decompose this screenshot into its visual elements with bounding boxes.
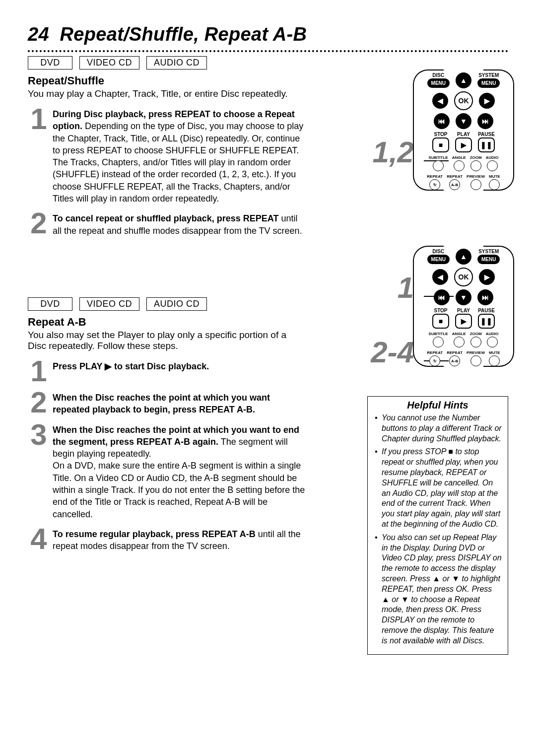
step-number: 2 [28,210,50,236]
audio-button [487,337,498,347]
step-body: Press PLAY ▶ to start Disc playback. [53,358,209,372]
audio-button [487,160,498,171]
mute-button [489,179,500,190]
angle-button [454,160,465,171]
label-repeat-ab: REPEAT [447,350,463,355]
step: 4 To resume regular playback, press REPE… [28,526,306,552]
play-button: ▶ [455,137,472,152]
stop-button: ■ [432,314,449,329]
page-title: 24 Repeat/Shuffle, Repeat A-B [28,24,508,45]
pill-dvd: DVD [28,297,72,311]
step: 1 During Disc playback, press REPEAT to … [28,106,306,205]
label-zoom: ZOOM [470,332,482,336]
subtitle-button [433,160,444,171]
step-number: 1 [28,358,50,384]
up-button: ▲ [456,72,471,88]
label-repeat: REPEAT [427,350,443,355]
helpful-hints-box: Helpful Hints You cannot use the Number … [367,396,508,655]
step: 3 When the Disc reaches the point at whi… [28,422,306,520]
pill-audiocd: AUDIO CD [146,56,207,69]
pause-button: ❚❚ [478,314,495,329]
preview-button [470,179,481,190]
label-angle: ANGLE [452,155,466,160]
label-audio: AUDIO [486,332,499,336]
label-angle: ANGLE [452,332,466,336]
step-lead: Press PLAY ▶ to start Disc playback. [53,361,209,371]
system-menu-button: MENU [477,255,500,264]
system-menu-button: MENU [477,78,500,88]
left-button: ◀ [432,93,448,109]
step-number: 1 [28,106,50,132]
hints-list: You cannot use the Number buttons to pla… [368,413,508,646]
label-play: PLAY [457,132,470,137]
label-preview: PREVIEW [467,174,485,179]
label-system: SYSTEM [478,73,499,78]
remote-outline: DISCMENU ▲ SYSTEMMENU ◀ OK ▶ ⏮ ▼ ⏭ STOP■… [419,69,508,189]
stop-button: ■ [432,137,449,152]
hints-title: Helpful Hints [368,397,508,413]
remote-callout-1-2: 1,2 [373,135,414,169]
right-button: ▶ [479,269,495,285]
zoom-button [470,160,481,171]
pause-button: ❚❚ [478,137,495,152]
step-number: 4 [28,526,50,551]
up-button: ▲ [456,249,471,265]
play-button: ▶ [455,314,472,329]
label-preview: PREVIEW [467,350,485,355]
label-mute: MUTE [489,350,500,355]
hint-item: If you press STOP ■ to stop repeat or sh… [375,447,502,529]
section1-steps: 1 During Disc playback, press REPEAT to … [28,106,306,237]
label-zoom: ZOOM [470,155,482,160]
prev-button: ⏮ [434,113,450,129]
hint-item: You cannot use the Number buttons to pla… [375,413,502,444]
repeat-ab-button: A-B [449,179,460,190]
step-body: When the Disc reaches the point at which… [53,390,306,416]
label-pause: PAUSE [478,132,495,137]
step: 2 When the Disc reaches the point at whi… [28,390,306,416]
step-lead: When the Disc reaches the point at which… [53,393,270,414]
section2-intro: You also may set the Player to play only… [28,330,306,351]
label-disc: DISC [432,249,444,254]
next-button: ⏭ [477,113,493,129]
pill-dvd: DVD [28,56,72,69]
remote-callout-2-4: 2-4 [371,335,414,369]
label-repeat-ab: REPEAT [447,174,463,179]
ok-button: OK [454,91,473,110]
disc-menu-button: MENU [427,78,450,88]
disc-menu-button: MENU [427,255,450,264]
label-audio: AUDIO [486,155,499,160]
step-lead: To resume regular playback, press REPEAT… [53,529,256,539]
page-number: 24 [28,24,49,45]
angle-button [454,337,465,347]
step-body: To cancel repeat or shuffled playback, p… [53,210,306,237]
label-stop: STOP [434,308,447,313]
pill-audiocd: AUDIO CD [146,297,207,311]
section1-intro: You may play a Chapter, Track, Title, or… [28,88,306,99]
step-rest: Depending on the type of Disc, you may c… [53,121,303,204]
down-button: ▼ [456,289,471,305]
hint-item: You also can set up Repeat Play in the D… [375,533,502,646]
step-body: To resume regular playback, press REPEAT… [53,526,306,552]
page-title-text: Repeat/Shuffle, Repeat A-B [60,24,307,45]
next-button: ⏭ [477,289,493,305]
label-play: PLAY [457,308,470,313]
step-rest: The segment will begin playing repeatedl… [53,437,305,519]
mute-button [489,355,500,366]
step: 1 Press PLAY ▶ to start Disc playback. [28,358,306,384]
step-body: During Disc playback, press REPEAT to ch… [53,106,306,205]
format-pills: DVD VIDEO CD AUDIO CD [28,56,508,69]
label-subtitle: SUBTITLE [429,155,448,160]
repeat-button: ↻ [429,355,440,366]
pill-videocd: VIDEO CD [79,56,139,69]
pill-videocd: VIDEO CD [79,297,139,311]
remote-callout-1: 1 [398,271,414,305]
label-system: SYSTEM [478,249,499,254]
label-subtitle: SUBTITLE [429,332,448,336]
step: 2 To cancel repeat or shuffled playback,… [28,210,306,237]
prev-button: ⏮ [434,289,450,305]
repeat-ab-button: A-B [449,355,460,366]
remote-outline: DISCMENU ▲ SYSTEMMENU ◀ OK ▶ ⏮ ▼ ⏭ STOP■… [419,246,508,365]
preview-button [470,355,481,366]
step-number: 2 [28,390,50,415]
section2-steps: 1 Press PLAY ▶ to start Disc playback. 2… [28,358,306,552]
